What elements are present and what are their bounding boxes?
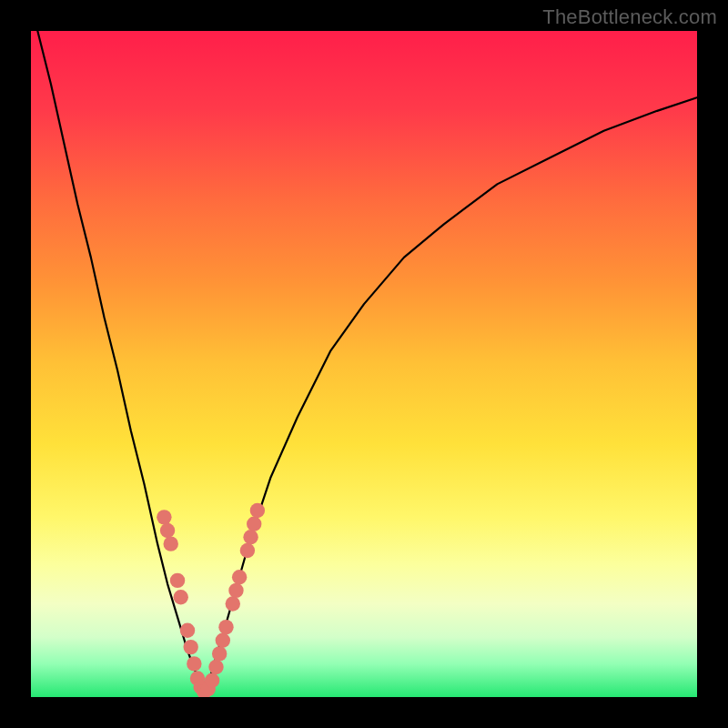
data-marker xyxy=(170,573,185,588)
curve-right-branch xyxy=(204,97,697,697)
data-marker xyxy=(164,536,178,551)
data-marker xyxy=(180,623,195,638)
data-marker xyxy=(212,646,227,661)
data-marker xyxy=(187,656,201,671)
data-marker xyxy=(216,633,230,648)
data-marker xyxy=(226,596,240,611)
data-marker xyxy=(243,530,258,544)
data-marker xyxy=(160,523,175,538)
data-marker xyxy=(205,673,219,688)
data-marker xyxy=(250,503,265,518)
data-marker xyxy=(247,516,261,531)
data-marker xyxy=(174,590,188,604)
data-marker xyxy=(157,510,171,524)
data-marker xyxy=(240,543,255,558)
chart-svg xyxy=(31,31,697,697)
data-marker xyxy=(218,620,233,634)
data-marker xyxy=(232,570,247,584)
data-marker xyxy=(183,640,197,654)
data-marker xyxy=(228,583,243,598)
outer-frame: TheBottleneck.com xyxy=(0,0,728,728)
watermark-text: TheBottleneck.com xyxy=(542,5,717,29)
data-marker xyxy=(208,660,223,674)
plot-area xyxy=(31,31,697,697)
